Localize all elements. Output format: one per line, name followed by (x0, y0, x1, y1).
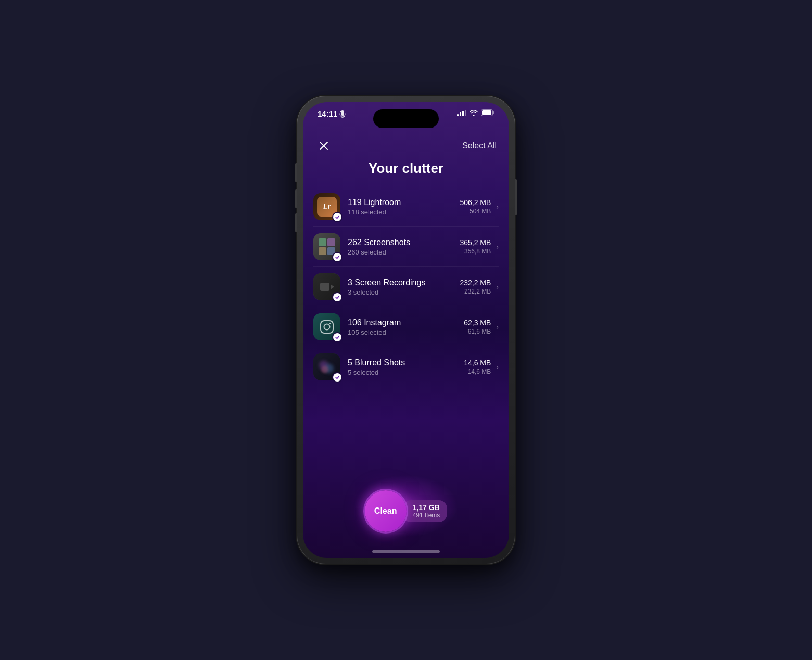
item-icon-wrap-lightroom: Lr (313, 193, 340, 220)
item-size-recordings: 232,2 MB 232,2 MB (460, 278, 491, 295)
items-list: Lr 119 Lightroom (303, 187, 509, 464)
chevron-instagram: › (496, 323, 499, 331)
item-size-instagram: 62,3 MB 61,6 MB (464, 319, 491, 335)
item-sub-instagram: 105 selected (348, 328, 464, 336)
item-name-recordings: 3 Screen Recordings (348, 278, 460, 287)
svg-rect-2 (482, 110, 491, 115)
item-text-lightroom: 119 Lightroom 118 selected (348, 198, 460, 216)
signal-icon (457, 110, 466, 116)
svg-rect-8 (321, 321, 333, 333)
checkmark-screenshots (332, 252, 342, 262)
item-text-instagram: 106 Instagram 105 selected (348, 318, 464, 336)
status-icons (457, 109, 494, 116)
item-size-sub-blurred: 14,6 MB (464, 368, 491, 375)
close-button[interactable] (315, 137, 332, 154)
item-size-sub-recordings: 232,2 MB (460, 288, 491, 295)
checkmark-recordings (332, 292, 342, 302)
status-time: 14:11 (318, 109, 346, 118)
clean-button[interactable]: Clean (365, 490, 407, 532)
clean-info-count: 491 Items (413, 512, 440, 519)
list-item-recordings[interactable]: 3 Screen Recordings 3 selected 232,2 MB … (313, 267, 499, 307)
item-name-lightroom: 119 Lightroom (348, 198, 460, 207)
item-icon-wrap-blurred (313, 353, 340, 380)
clean-info-size: 1,17 GB (413, 503, 440, 512)
chevron-blurred: › (496, 363, 499, 371)
item-icon-wrap-recordings (313, 273, 340, 300)
wifi-icon (470, 110, 478, 116)
svg-point-9 (324, 324, 330, 330)
svg-rect-6 (320, 283, 329, 291)
phone-screen: 14:11 (303, 102, 509, 558)
app-content: Select All Your clutter Lr (303, 133, 509, 558)
bottom-area: Clean 1,17 GB 491 Items (303, 464, 509, 558)
phone-shell: 14:11 (297, 96, 515, 564)
clean-button-wrap: Clean 1,17 GB 491 Items (365, 490, 448, 532)
page-title: Your clutter (303, 156, 509, 187)
item-size-main-blurred: 14,6 MB (464, 359, 491, 367)
item-size-sub-screenshots: 356,8 MB (460, 248, 491, 255)
checkmark-instagram (332, 332, 342, 342)
chevron-recordings: › (496, 283, 499, 291)
phone-scene: 14:11 (297, 96, 515, 564)
item-size-screenshots: 365,2 MB 356,8 MB (460, 238, 491, 255)
item-size-main-lightroom: 506,2 MB (460, 198, 491, 207)
item-size-blurred: 14,6 MB 14,6 MB (464, 359, 491, 375)
list-item-instagram[interactable]: 106 Instagram 105 selected 62,3 MB 61,6 … (313, 307, 499, 347)
mute-icon (339, 110, 346, 118)
chevron-screenshots: › (496, 243, 499, 251)
item-sub-screenshots: 260 selected (348, 248, 460, 256)
time-display: 14:11 (318, 109, 337, 118)
item-sub-lightroom: 118 selected (348, 208, 460, 216)
checkmark-lightroom (332, 212, 342, 222)
item-name-instagram: 106 Instagram (348, 318, 464, 327)
item-name-screenshots: 262 Screenshots (348, 238, 460, 247)
item-sub-blurred: 5 selected (348, 369, 464, 376)
chevron-lightroom: › (496, 202, 499, 211)
item-text-blurred: 5 Blurred Shots 5 selected (348, 358, 464, 376)
top-nav: Select All (303, 133, 509, 156)
item-size-main-screenshots: 365,2 MB (460, 238, 491, 247)
svg-point-10 (329, 323, 331, 324)
item-size-sub-lightroom: 504 MB (460, 208, 491, 215)
item-size-sub-instagram: 61,6 MB (464, 328, 491, 335)
select-all-button[interactable]: Select All (462, 141, 497, 150)
item-name-blurred: 5 Blurred Shots (348, 358, 464, 367)
list-item-screenshots[interactable]: 262 Screenshots 260 selected 365,2 MB 35… (313, 227, 499, 267)
item-sub-recordings: 3 selected (348, 288, 460, 296)
list-item-lightroom[interactable]: Lr 119 Lightroom (313, 187, 499, 227)
dynamic-island (373, 109, 439, 128)
svg-marker-7 (331, 284, 334, 289)
item-size-lightroom: 506,2 MB 504 MB (460, 198, 491, 215)
svg-rect-3 (493, 111, 494, 114)
battery-icon (481, 109, 494, 116)
item-size-main-instagram: 62,3 MB (464, 319, 491, 327)
item-icon-wrap-screenshots (313, 233, 340, 260)
item-text-screenshots: 262 Screenshots 260 selected (348, 238, 460, 256)
clean-info-badge: 1,17 GB 491 Items (402, 500, 448, 522)
list-item-blurred[interactable]: 5 Blurred Shots 5 selected 14,6 MB 14,6 … (313, 347, 499, 387)
item-text-recordings: 3 Screen Recordings 3 selected (348, 278, 460, 296)
item-icon-wrap-instagram (313, 313, 340, 340)
item-size-main-recordings: 232,2 MB (460, 278, 491, 287)
checkmark-blurred (332, 372, 342, 383)
home-indicator (372, 550, 440, 553)
